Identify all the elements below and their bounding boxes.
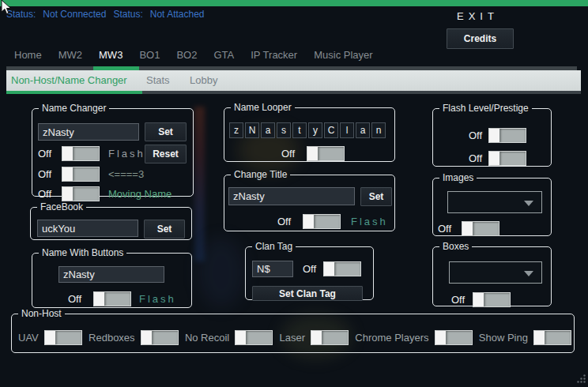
group-title: Flash Level/Prestige	[439, 103, 532, 113]
laser-toggle[interactable]	[311, 330, 349, 345]
clan-tag-toggle[interactable]	[323, 261, 361, 276]
show-ping-label: Show Ping	[479, 332, 528, 344]
non-host-item: Show Ping	[479, 330, 571, 345]
flash-name-toggle[interactable]	[62, 146, 100, 161]
toggle-state-label: Off	[38, 188, 51, 200]
name-with-buttons-flash-toggle[interactable]	[93, 291, 131, 306]
heart-name-toggle[interactable]	[62, 167, 100, 182]
resize-grip[interactable]	[576, 374, 586, 384]
boxes-dropdown[interactable]	[449, 261, 542, 284]
looper-cell[interactable]: y	[308, 122, 322, 138]
toggle-state-label: Off	[469, 152, 482, 164]
app-window: Status: Not Connected Status: Not Attach…	[0, 0, 588, 387]
change-title-set-button[interactable]: Set	[360, 187, 392, 206]
looper-cell[interactable]: a	[261, 122, 275, 138]
boxes-toggle[interactable]	[473, 292, 511, 307]
show-ping-toggle[interactable]	[533, 330, 571, 345]
name-with-buttons-input[interactable]	[58, 266, 164, 283]
looper-cell[interactable]: z	[229, 122, 243, 138]
subtab-nonhost-name-changer[interactable]: Non-Host/Name Changer	[11, 74, 127, 86]
exit-button[interactable]: EXIT	[457, 10, 499, 22]
moving-name-toggle-label: Moving Name	[108, 188, 172, 200]
name-looper-toggle[interactable]	[307, 146, 345, 161]
no-recoil-label: No Recoil	[185, 332, 229, 344]
moving-name-toggle[interactable]	[62, 186, 100, 201]
group-title: Name With Buttons	[39, 248, 126, 257]
toggle-state-label: Off	[38, 168, 51, 180]
looper-cell[interactable]: C	[324, 122, 338, 138]
wallpaper-glow	[198, 237, 245, 308]
non-host-item: No Recoil	[185, 330, 273, 345]
looper-cell[interactable]: a	[356, 122, 370, 138]
non-host-toggle-row: UAV Redboxes No Recoil Laser Chrome Play…	[18, 330, 571, 345]
tab-music-player[interactable]: Music Player	[314, 49, 372, 61]
toggle-state-label: Off	[469, 130, 482, 141]
images-toggle[interactable]	[462, 221, 499, 236]
uav-toggle[interactable]	[44, 330, 82, 345]
facebook-input[interactable]	[37, 220, 138, 237]
images-dropdown[interactable]	[447, 191, 542, 213]
toggle-state-label: Off	[38, 148, 51, 160]
non-host-item: Laser	[280, 330, 349, 345]
flash-prestige-toggle[interactable]	[488, 151, 526, 166]
looper-letter-cells: z N a s t y C l a n	[229, 122, 386, 138]
group-clan-tag: Clan Tag Off Set Clan Tag	[245, 242, 374, 300]
name-changer-reset-button[interactable]: Reset	[145, 145, 187, 163]
group-images: Images Off	[432, 173, 552, 236]
toggle-knob	[62, 147, 74, 160]
clan-tag-input[interactable]	[252, 261, 293, 277]
sub-tab-bar: Non-Host/Name Changer Stats Lobby	[6, 70, 581, 91]
status-label-2: Status:	[113, 9, 142, 20]
uav-label: UAV	[18, 332, 39, 344]
redboxes-toggle[interactable]	[141, 330, 179, 345]
tab-home[interactable]: Home	[14, 49, 42, 61]
tab-gta[interactable]: GTA	[213, 49, 234, 61]
subtab-stats[interactable]: Stats	[146, 74, 170, 86]
status-value-1: Not Connected	[43, 9, 106, 20]
tab-mw2[interactable]: MW2	[58, 49, 82, 61]
looper-cell[interactable]: n	[371, 122, 386, 138]
active-subtab-indicator	[6, 91, 142, 94]
tab-mw3[interactable]: MW3	[99, 49, 122, 61]
group-change-title: Change Title Set Off Flash	[224, 170, 395, 231]
group-title: Change Title	[231, 170, 290, 179]
toggle-state-label: Off	[451, 294, 465, 306]
group-name-changer: Name Changer Set Off Flash Reset Off <==…	[32, 103, 194, 197]
facebook-set-button[interactable]: Set	[144, 220, 185, 239]
toggle-knob	[534, 331, 545, 344]
group-flash-level-prestige: Flash Level/Prestige Off Off	[432, 103, 552, 167]
change-title-flash-toggle[interactable]	[303, 214, 341, 229]
toggle-state-label: Off	[277, 216, 291, 227]
subtab-lobby[interactable]: Lobby	[190, 74, 217, 86]
tab-bo2[interactable]: BO2	[176, 49, 197, 61]
change-title-input[interactable]	[228, 187, 355, 205]
credits-button[interactable]: Credits	[447, 28, 514, 49]
name-changer-set-button[interactable]: Set	[145, 122, 187, 141]
chrome-players-toggle[interactable]	[435, 330, 473, 345]
group-boxes: Boxes Off	[432, 242, 552, 306]
looper-cell[interactable]: N	[245, 122, 259, 138]
looper-cell[interactable]: l	[340, 122, 354, 138]
flash-toggle-label: Flash	[108, 148, 145, 160]
wallpaper-bleed	[194, 107, 205, 261]
toggle-knob	[45, 331, 56, 344]
tab-ip-tracker[interactable]: IP Tracker	[251, 49, 297, 61]
looper-cell[interactable]: t	[292, 122, 307, 138]
set-clan-tag-button[interactable]: Set Clan Tag	[252, 286, 363, 301]
toggle-knob	[311, 331, 322, 344]
toggle-knob	[236, 331, 247, 344]
non-host-item: Chrome Players	[355, 330, 472, 345]
redboxes-label: Redboxes	[89, 332, 135, 344]
name-changer-input[interactable]	[38, 123, 139, 141]
toggle-knob	[62, 187, 74, 201]
toggle-knob	[473, 293, 484, 306]
group-title: Boxes	[439, 242, 472, 251]
group-title: Images	[439, 173, 477, 182]
tab-bo1[interactable]: BO1	[139, 49, 160, 61]
mouse-cursor	[1, 0, 13, 16]
toggle-knob	[489, 129, 500, 142]
looper-cell[interactable]: s	[277, 122, 291, 138]
group-title: Clan Tag	[252, 242, 296, 251]
flash-level-toggle[interactable]	[488, 128, 526, 143]
no-recoil-toggle[interactable]	[235, 330, 273, 345]
